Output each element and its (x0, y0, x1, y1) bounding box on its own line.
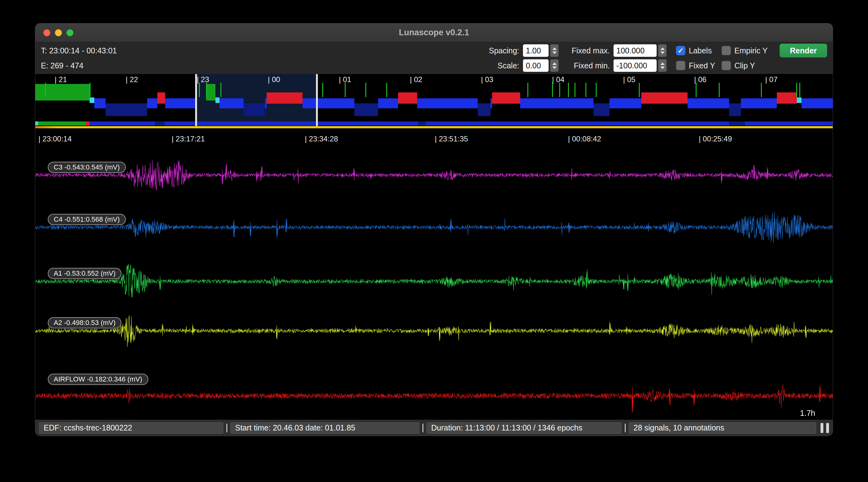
hypnogram-stage-segment-N3[interactable] (105, 103, 147, 116)
window-duration-label: 1.7h (800, 409, 815, 418)
render-button[interactable]: Render (780, 44, 827, 58)
statusbar-item: Duration: 11:13:00 / 11:13:00 / 1346 epo… (427, 422, 622, 433)
hypnogram-stage-segment-N3[interactable] (594, 103, 610, 116)
channel-label-pill[interactable]: C3 -0.543:0.545 (mV) (48, 162, 126, 173)
scale-input[interactable]: 0.00 (523, 59, 549, 72)
statusbar-grip[interactable] (820, 423, 823, 433)
clip-y-checkbox[interactable] (721, 61, 731, 70)
minimize-window-button[interactable] (55, 29, 62, 36)
fixed-min-input[interactable]: -100.000 (614, 59, 657, 72)
scale-stepper[interactable] (550, 59, 559, 72)
hypnogram-stage-segment-N3[interactable] (478, 103, 491, 116)
statusbar-item: EDF: ccshs-trec-1800222 (39, 422, 223, 433)
fixed-y-checkbox[interactable] (676, 61, 685, 70)
stepper-down-icon[interactable] (660, 52, 665, 54)
hypnogram-stage-segment-N1[interactable] (90, 97, 94, 103)
stepper-down-icon[interactable] (552, 66, 557, 69)
hypnogram-stage-segment-N2[interactable] (165, 98, 195, 108)
stepper-down-icon[interactable] (552, 52, 557, 54)
fixed-max-label: Fixed max. (566, 46, 610, 55)
close-window-button[interactable] (43, 29, 50, 36)
stepper-up-icon[interactable] (552, 47, 557, 50)
selection-end-handle[interactable] (316, 74, 318, 126)
hypnogram-stage-segment-N2[interactable] (610, 98, 641, 108)
hypnogram-stage-segment-N2[interactable] (219, 98, 244, 108)
hypnogram-stage-segment-N2[interactable] (802, 98, 833, 108)
hypnogram-stage-segment-N3[interactable] (729, 103, 741, 116)
hypnogram-stage-segment-N2[interactable] (147, 98, 157, 108)
hypnogram-stage-segment-R[interactable] (267, 92, 303, 104)
hypnogram-stage-segment-N2[interactable] (687, 98, 729, 108)
hypnogram-stage-segment-N2[interactable] (378, 98, 398, 108)
hypnogram-hour-label: | 05 (623, 75, 636, 84)
hypnogram-stage-segment-R[interactable] (641, 92, 687, 104)
arousal-tick (386, 83, 387, 97)
hypnogram-stage-segment-N2[interactable] (741, 98, 777, 108)
labels-checkbox[interactable] (676, 46, 685, 55)
labels-checkbox-label: Labels (689, 46, 712, 55)
hypnogram-stage-segment-R[interactable] (777, 92, 797, 104)
hypnogram-panel[interactable]: | 21| 22| 23| 00| 01| 02| 03| 04| 05| 06… (35, 74, 833, 131)
hypnogram-stage-segment-N2[interactable] (417, 98, 478, 108)
hypnogram-band[interactable] (35, 84, 833, 121)
stepper-up-icon[interactable] (660, 47, 665, 50)
clip-y-checkbox-group[interactable]: Clip Y (721, 61, 772, 70)
signal-traces-canvas[interactable] (35, 147, 833, 420)
arousal-tick (199, 83, 200, 97)
statusbar-grip[interactable] (826, 423, 829, 433)
arousal-tick (585, 83, 586, 97)
hypnogram-stage-segment-N2[interactable] (520, 98, 594, 108)
labels-checkbox-group[interactable]: Labels (676, 46, 716, 55)
empiric-y-checkbox[interactable] (721, 46, 731, 55)
timeline-bar (35, 126, 833, 128)
annotation-strip-segment (90, 122, 833, 126)
arousal-tick (322, 83, 323, 97)
stepper-down-icon[interactable] (660, 66, 665, 69)
hypnogram-stage-segment-N1[interactable] (797, 97, 802, 103)
hypnogram-stage-segment-R[interactable] (398, 92, 417, 104)
arousal-tick (345, 83, 346, 97)
arousal-tick (220, 83, 221, 97)
arousal-tick (568, 83, 569, 97)
signal-area[interactable]: 1.7h C3 -0.543:0.545 (mV)C4 -0.551:0.568… (35, 147, 833, 420)
hypnogram-stage-segment-R[interactable] (492, 92, 520, 104)
fixed-max-input[interactable]: 100.000 (614, 44, 657, 57)
spacing-stepper[interactable] (550, 44, 559, 57)
hypnogram-stage-segment-R[interactable] (157, 92, 165, 104)
stepper-up-icon[interactable] (660, 62, 665, 65)
annotation-strip-segment (38, 122, 86, 126)
hypnogram-hour-label: | 22 (126, 75, 138, 84)
hypnogram-hour-label: | 07 (765, 75, 778, 84)
channel-label-pill[interactable]: A2 -0.498:0.53 (mV) (48, 317, 121, 328)
fixed-y-checkbox-group[interactable]: Fixed Y (676, 61, 716, 70)
fixed-y-checkbox-label: Fixed Y (689, 61, 715, 70)
fixed-max-stepper[interactable] (658, 44, 666, 57)
hypnogram-hour-label: | 23 (197, 75, 209, 84)
channel-label-pill[interactable]: AIRFLOW -0.182:0.346 (mV) (48, 374, 148, 385)
status-bar: EDF: ccshs-trec-1800222Start time: 20.46… (35, 420, 833, 436)
hypnogram-stage-segment-N3[interactable] (244, 103, 265, 116)
arousal-tick (206, 83, 207, 97)
hypnogram-stage-segment-N2[interactable] (94, 98, 105, 108)
hypnogram-stage-segment-N2[interactable] (303, 98, 354, 108)
hypnogram-stage-segment-W[interactable] (206, 84, 216, 100)
annotation-strip (35, 122, 833, 126)
hypnogram-stage-segment-W[interactable] (35, 84, 90, 100)
clip-y-checkbox-label: Clip Y (734, 61, 755, 70)
empiric-y-checkbox-group[interactable]: Empiric Y (721, 46, 772, 55)
selection-start-handle[interactable] (195, 74, 197, 126)
channel-label-pill[interactable]: A1 -0.53:0.552 (mV) (48, 268, 121, 279)
stepper-up-icon[interactable] (552, 62, 557, 65)
zoom-window-button[interactable] (66, 29, 73, 36)
hypnogram-stage-segment-N3[interactable] (354, 103, 378, 116)
channel-label-pill[interactable]: C4 -0.551:0.568 (mV) (48, 214, 126, 225)
statusbar-item: Start time: 20.46.03 date: 01.01.85 (230, 422, 419, 433)
arousal-tick (45, 83, 46, 97)
window-titlebar[interactable]: Lunascope v0.2.1 (35, 24, 833, 42)
fixed-min-stepper[interactable] (658, 59, 666, 72)
hypnogram-stage-segment-N1[interactable] (215, 97, 219, 103)
arousal-tick (796, 83, 797, 97)
spacing-input[interactable]: 1.00 (523, 44, 549, 57)
arousal-tick (527, 83, 528, 97)
window-title: Lunascope v0.2.1 (35, 28, 833, 37)
